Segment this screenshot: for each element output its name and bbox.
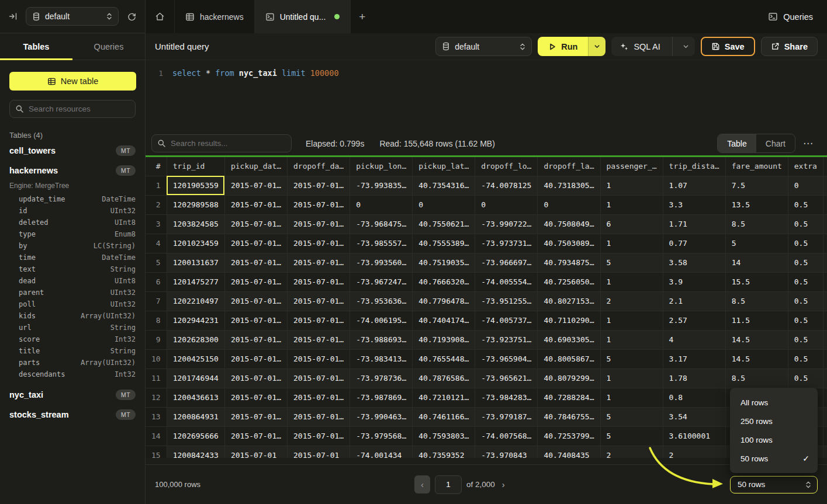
table-cell[interactable]: 40.7359352 [413,446,475,458]
table-cell[interactable]: 2 [600,446,663,458]
table-cell[interactable]: 40.8079299… [538,369,600,388]
run-button[interactable]: Run [538,37,588,56]
column-header[interactable]: t [823,157,827,176]
table-cell[interactable]: 0.5 [788,234,823,253]
table-cell[interactable] [823,446,827,458]
table-cell[interactable]: 2015-07-01… [288,176,350,195]
table-cell[interactable]: 40.7550621… [413,214,475,234]
share-button[interactable]: Share [761,37,818,56]
table-cell[interactable]: 6 [600,214,663,234]
table-cell[interactable]: 1.71 [663,214,725,234]
table-cell[interactable]: 1 [823,195,827,214]
table-cell[interactable]: 2015-07-01… [288,369,350,388]
table-cell[interactable]: 5 [600,349,663,369]
page-number-input[interactable] [435,475,462,494]
table-cell[interactable]: 2015-07-01… [288,426,350,446]
table-cell[interactable]: 2015-07-01 [288,446,350,458]
more-options-button[interactable]: ⋯ [799,137,818,150]
table-cell[interactable]: 2015-07-01… [224,272,287,291]
table-cell[interactable]: 0 [475,195,538,214]
page-size-select[interactable]: 50 rows [730,476,818,493]
table-cell[interactable]: 40.7934875… [538,253,600,272]
table-cell[interactable]: 0 [823,272,827,291]
table-cell[interactable]: -73.965621… [475,369,538,388]
table-cell[interactable]: 3.9 [663,272,725,291]
table-cell[interactable]: -73.951255… [475,291,538,311]
column-header[interactable]: # [146,157,167,176]
table-cell[interactable]: 40.7519035… [413,253,475,272]
table-cell[interactable]: 8.5 [725,214,788,234]
next-page-button[interactable]: › [500,479,507,489]
table-cell[interactable]: 1200842433 [167,446,224,458]
table-cell[interactable]: 40.7110290… [538,311,600,330]
new-table-button[interactable]: New table [9,72,136,91]
table-cell[interactable]: 1202628300 [167,330,224,349]
table-cell[interactable]: 40.8027153… [538,291,600,311]
sql-ai-dropdown[interactable] [677,43,695,50]
table-cell[interactable]: 40.7288284… [538,388,600,407]
table-cell[interactable]: 1 [600,311,663,330]
table-cell[interactable]: 1 [600,369,663,388]
table-cell[interactable]: -73.966697… [475,253,538,272]
table-cell[interactable]: 2015-07-01… [288,272,350,291]
table-cell[interactable]: 8.5 [725,291,788,311]
queries-button[interactable]: Queries [768,12,813,22]
database-selector[interactable]: default [26,7,119,26]
table-cell[interactable]: 1 [600,176,663,195]
table-cell[interactable]: -73.978736… [350,369,413,388]
table-cell[interactable]: 40.7193908… [413,330,475,349]
table-cell[interactable]: 5 [600,407,663,426]
table-cell[interactable]: 1201746944 [167,369,224,388]
table-cell[interactable]: 11.5 [725,311,788,330]
table-cell[interactable]: 40.7256050… [538,272,600,291]
table-cell[interactable]: 40.6903305… [538,330,600,349]
table-cell[interactable]: 0 [538,195,600,214]
page-size-option[interactable]: 100 rows [730,430,818,449]
new-tab-button[interactable]: + [351,0,373,33]
table-cell[interactable]: 2015-07-01… [288,234,350,253]
table-cell[interactable]: -73.968475… [350,214,413,234]
table-cell[interactable]: 40.7876586… [413,369,475,388]
table-cell[interactable]: 1.07 [663,176,725,195]
table-cell[interactable]: 0 [350,195,413,214]
table-cell[interactable]: 3.17 [663,349,725,369]
table-cell[interactable]: 40.7354316… [413,176,475,195]
tab-home[interactable] [146,0,175,33]
prev-page-button[interactable]: ‹ [414,475,430,493]
table-cell[interactable]: -73.993835… [350,176,413,195]
table-cell[interactable]: 40.8005867… [538,349,600,369]
table-cell[interactable]: 40.7555389… [413,234,475,253]
table-cell[interactable]: 2015-07-01… [288,214,350,234]
table-cell[interactable]: 2015-07-01… [224,407,287,426]
page-size-option[interactable]: 50 rows✓ [730,449,818,468]
table-cell[interactable]: 1202210497 [167,291,224,311]
table-cell[interactable]: 2015-07-01… [288,291,350,311]
table-cell[interactable]: 7.5 [725,176,788,195]
table-cell[interactable]: 2015-07-01 [224,446,287,458]
tab-untitled-query[interactable]: Untitled qu... [255,0,351,33]
table-cell[interactable]: 40.7461166… [413,407,475,426]
table-cell[interactable]: 13.5 [725,195,788,214]
table-cell[interactable]: 40.7508049… [538,214,600,234]
table-cell[interactable]: 2015-07-01… [224,291,287,311]
table-cell[interactable]: 40.7796478… [413,291,475,311]
table-cell[interactable]: 1 [600,330,663,349]
table-cell[interactable]: -73.965904… [475,349,538,369]
table-cell[interactable]: 14.5 [725,349,788,369]
table-cell[interactable]: 1201905359 [167,176,224,195]
table-cell[interactable]: 0.77 [663,234,725,253]
collapse-sidebar-icon[interactable] [8,12,18,21]
table-cell[interactable]: 40.7210121… [413,388,475,407]
column-header[interactable]: extra [788,157,823,176]
table-cell[interactable]: 4 [663,330,725,349]
table-cell[interactable]: -73.988693… [350,330,413,349]
table-cell[interactable]: 2015-07-01… [288,407,350,426]
results-search-input[interactable] [151,134,292,152]
table-cell[interactable]: 2015-07-01… [224,349,287,369]
sidebar-tab-queries[interactable]: Queries [72,33,145,60]
table-cell[interactable]: -73.983413… [350,349,413,369]
table-cell[interactable]: 0.5 [788,369,823,388]
table-cell[interactable]: 2015-07-01… [288,330,350,349]
table-cell[interactable]: 0.5 [788,291,823,311]
toggle-chart[interactable]: Chart [756,134,795,152]
